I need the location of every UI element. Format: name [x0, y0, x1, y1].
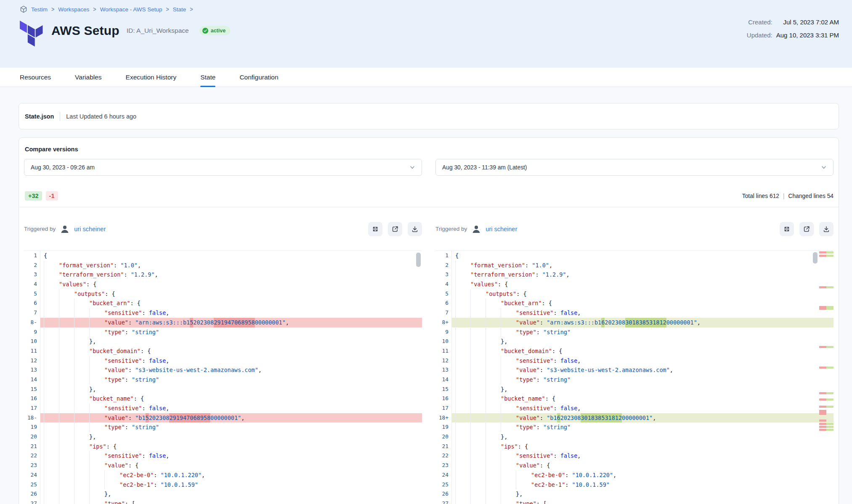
version-select-right[interactable]: Aug 30, 2023 - 11:39 am (Latest) [435, 159, 833, 176]
code-line: 6"bucket_arn": { [24, 298, 422, 308]
updated-value: Aug 10, 2023 3:31 PM [776, 32, 839, 39]
indent-guides [44, 385, 89, 394]
compare-card: Compare versions Aug 30, 2023 - 09:26 am… [19, 137, 839, 504]
line-number: 11 [435, 346, 451, 356]
minimap-marker [819, 255, 833, 257]
code-token: "s3-website-us-west-2.amazonaws.com" [547, 365, 670, 375]
code-token: 202308 [605, 318, 625, 327]
code-token: "type" [104, 499, 125, 504]
scrollbar-thumb[interactable] [813, 252, 817, 264]
code-line: 14"type": "string" [435, 375, 833, 385]
indent-guides [455, 337, 501, 346]
line-number: 15 [435, 385, 451, 394]
indent-guides [455, 413, 516, 423]
divider [60, 112, 60, 121]
open-external-button[interactable] [799, 222, 814, 236]
indent-guides [44, 442, 89, 451]
code-token: "type" [516, 327, 536, 337]
line-number: 23 [435, 461, 451, 470]
code-token: false [560, 356, 578, 366]
download-button[interactable] [408, 222, 422, 236]
line-number: 26 [435, 489, 451, 499]
triggered-by-user[interactable]: uri scheiner [74, 226, 106, 232]
scrollbar-thumb[interactable] [416, 253, 421, 267]
indent-guides [455, 432, 501, 442]
indent-guides [44, 346, 89, 356]
code-token: : [ [125, 499, 135, 504]
code-token: "bucket_domain" [501, 346, 552, 356]
code-token: }, [104, 489, 111, 499]
tab-resources[interactable]: Resources [20, 68, 51, 87]
code-line: 7"sensitive": false, [435, 308, 833, 318]
download-icon [823, 225, 830, 233]
code-token: , [138, 261, 141, 270]
triggered-by-user[interactable]: uri scheiner [486, 226, 517, 232]
indent-guides [44, 480, 119, 490]
breadcrumb-link[interactable]: State [173, 6, 186, 13]
line-number: 21 [435, 442, 451, 451]
triggered-by-label: Triggered by [24, 226, 56, 232]
line-number: 6 [435, 298, 451, 308]
code-line: 13"value": "s3-website-us-west-2.amazona… [435, 365, 833, 375]
code-token: "values" [470, 280, 498, 289]
code-token: , [577, 356, 581, 366]
expand-icon [372, 225, 379, 233]
code-token: : [125, 422, 132, 432]
code-line: 16"bucket_name": { [435, 394, 833, 404]
breadcrumb-link[interactable]: Workspace - AWS Setup [100, 6, 162, 13]
code-token: : { [128, 461, 138, 470]
code-token: "string" [132, 375, 159, 385]
total-lines: Total lines 612 [742, 193, 779, 199]
tab-configuration[interactable]: Configuration [239, 68, 278, 87]
code-line: 1{ [24, 251, 422, 261]
open-external-button[interactable] [388, 222, 402, 236]
code-token: : { [86, 280, 96, 289]
minimap-marker [819, 346, 833, 348]
code-line: 5"outputs": { [435, 289, 833, 299]
breadcrumb-link[interactable]: Testim [31, 6, 48, 13]
version-select-right-value: Aug 30, 2023 - 11:39 am (Latest) [442, 164, 527, 171]
code-token: "sensitive" [516, 356, 553, 366]
diff-minimap[interactable] [819, 251, 833, 504]
code-token: , [155, 270, 158, 280]
code-token: }, [501, 432, 507, 442]
code-token: "ec2-be-1" [531, 480, 565, 490]
status-badge-label: active [211, 28, 226, 34]
code-token: "10.0.1.220" [161, 470, 202, 480]
check-circle-icon [202, 28, 208, 34]
expand-button[interactable] [368, 222, 382, 236]
code-line: 25"ec2-be-1": "10.0.1.59" [435, 480, 833, 490]
tab-state[interactable]: State [200, 68, 215, 87]
code-token: }, [501, 337, 507, 346]
code-token: 301838531812 [625, 318, 666, 327]
code-token: "ec2-be-0" [119, 470, 154, 480]
code-token: : [525, 261, 532, 270]
expand-button[interactable] [780, 222, 794, 236]
download-button[interactable] [819, 222, 833, 236]
minimap-marker [819, 367, 833, 369]
right-panel-header: Triggered by uri scheiner [435, 222, 833, 236]
breadcrumb-link[interactable]: Workspaces [58, 6, 89, 13]
version-select-left[interactable]: Aug 30, 2023 - 09:26 am [24, 159, 422, 176]
tab-variables[interactable]: Variables [75, 68, 101, 87]
code-token: : { [106, 442, 117, 451]
code-token: 202308 [149, 413, 170, 423]
state-file-card: State.json Last Updated 6 hours ago [19, 103, 839, 129]
code-line: 27"type": [ [435, 499, 833, 504]
code-token: "s3-website-us-west-2.amazonaws.com" [135, 365, 258, 375]
code-diff-panel-left: 1{2"format_version": "1.0",3"terraform_v… [24, 251, 422, 504]
code-line: 15}, [435, 385, 833, 394]
code-line: 2"format_version": "1.0", [24, 261, 422, 270]
code-token: : [154, 470, 160, 480]
code-token: : { [542, 298, 552, 308]
code-token: , [613, 470, 616, 480]
line-number: 20 [435, 432, 451, 442]
line-number: 2 [24, 261, 40, 270]
code-token: 6 [557, 413, 560, 423]
code-token: "ec2-be-0" [531, 470, 565, 480]
tab-execution-history[interactable]: Execution History [126, 68, 177, 87]
timestamps: Created: Jul 5, 2023 7:02 AM Updated: Au… [747, 18, 839, 39]
code-line: 21"ips": { [24, 442, 422, 451]
code-line: 6"bucket_arn": { [435, 298, 833, 308]
code-line: 15}, [24, 385, 422, 394]
